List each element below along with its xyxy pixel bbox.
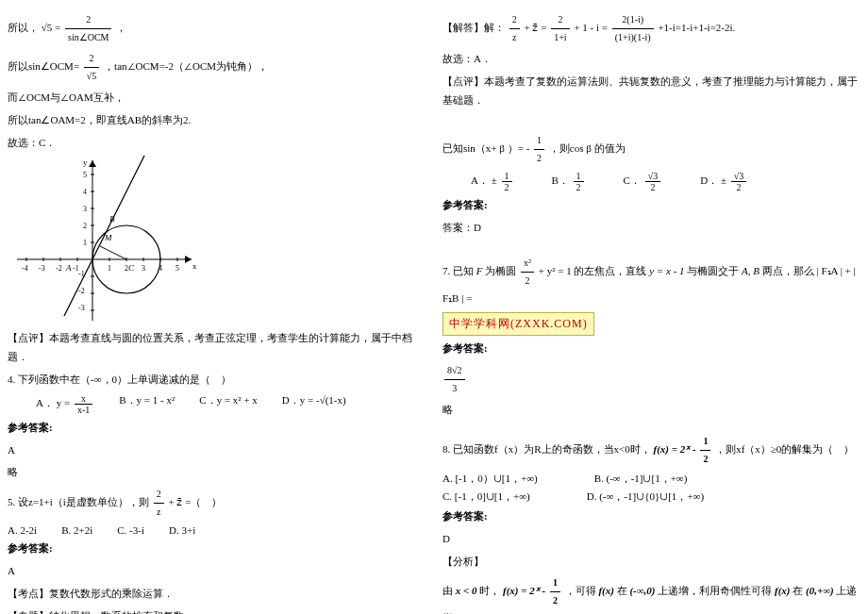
text: 在 <box>617 585 627 596</box>
reference-answer-label: 参考答案: <box>8 419 426 438</box>
q5-stem: 5. 设z=1+i（i是虚数单位），则 <box>8 496 149 507</box>
text: 的左焦点，直线 <box>574 265 646 276</box>
reference-answer-label: 参考答案: <box>442 507 860 526</box>
text: 与椭圆交于 <box>687 265 739 276</box>
site-banner: 中学学科网(ZXXK.COM) <box>442 312 594 337</box>
q4-extra: 略 <box>8 463 426 482</box>
svg-text:-4: -4 <box>22 264 28 273</box>
fx: f(x) <box>775 585 791 596</box>
text: 两点，那么 <box>762 265 814 276</box>
text: 为椭圆 <box>485 265 516 276</box>
opt-c: C．y = x² + x <box>199 393 258 415</box>
opt-c: C. [-1，0]∪[1，+∞) <box>442 490 530 504</box>
q7-answer: 8√23 <box>444 362 465 397</box>
q6-stem: 已知sin（x+ <box>442 142 497 154</box>
text: ）= <box>508 142 526 154</box>
svg-text:2: 2 <box>83 222 87 230</box>
text: 上递增，利用奇偶性可得 <box>658 585 772 596</box>
svg-text:3: 3 <box>83 205 87 213</box>
dianping: 【点评】本题考查了复数的运算法则、共轭复数的意义，考查了推理能力与计算能力，属于… <box>442 73 860 110</box>
reference-answer-label: 参考答案: <box>8 539 426 558</box>
text: 在 <box>793 585 803 596</box>
q8-answer: D <box>442 530 860 549</box>
dom: (0,+∞) <box>806 585 834 596</box>
q5-answer: A <box>8 562 426 581</box>
svg-text:4: 4 <box>83 188 87 196</box>
svg-line-43 <box>100 246 126 259</box>
opt-b: B. (-∞，-1]∪[1，+∞) <box>594 472 688 486</box>
text: 由 <box>442 585 453 596</box>
q7-extra: 略 <box>442 401 860 420</box>
text: 而∠OCM与∠OAM互补， <box>8 89 426 108</box>
fx: f(x) <box>598 585 614 596</box>
beta: β <box>586 142 592 154</box>
fx-expr: f(x) = 2ˣ - <box>503 585 545 596</box>
beta: β <box>499 142 505 154</box>
svg-text:x: x <box>192 261 196 271</box>
q8-stem: 8. 已知函数f（x）为R上的奇函数，当x<0时， <box>442 443 651 455</box>
opt-a: A. [-1，0）∪[1，+∞) <box>442 472 538 486</box>
svg-text:B: B <box>109 214 115 224</box>
zhuanti: 【专题】转化思想；数系的扩充和复数． <box>8 607 426 614</box>
svg-marker-1 <box>185 256 192 263</box>
svg-text:-3: -3 <box>78 304 85 312</box>
cond: x < 0 <box>456 585 477 596</box>
reference-answer-label: 参考答案: <box>442 340 860 358</box>
opt-a: A． ± 12 <box>471 171 514 192</box>
jieda-label: 【解答】解： <box>442 22 505 33</box>
text: 故选：A． <box>442 50 860 69</box>
fx-expr: f(x) = 2ˣ - <box>653 443 695 455</box>
svg-text:A: A <box>65 263 72 273</box>
opt-d: D. 3+i <box>169 524 195 536</box>
text: 所以sin∠OCM= <box>8 60 79 72</box>
text: =（ ） <box>185 496 222 507</box>
text: ， <box>116 22 126 33</box>
opt-c: C． √32 <box>624 171 663 192</box>
opt-b: B．y = 1 - x² <box>119 393 175 415</box>
text: 的值为 <box>594 142 626 154</box>
text: +1-i=1-i+1-i=2-2i. <box>658 22 735 33</box>
text: + z̄ <box>168 496 182 507</box>
var-F: F <box>476 265 483 276</box>
fraction: 2 sin∠OCM <box>65 11 111 46</box>
opt-d: D．y = -√(1-x) <box>282 393 346 415</box>
svg-marker-3 <box>89 160 96 167</box>
fraction: 2z <box>154 486 164 521</box>
q7-stem: 7. 已知 <box>442 265 474 276</box>
svg-text:M: M <box>104 233 112 242</box>
q4-stem: 4. 下列函数中在（-∞，0）上单调递减的是（ ） <box>8 371 426 390</box>
svg-text:-3: -3 <box>39 264 45 273</box>
text: + y² = 1 <box>539 265 572 276</box>
fraction: 2 √5 <box>84 50 100 85</box>
svg-text:y: y <box>83 158 88 167</box>
svg-text:-2: -2 <box>78 287 85 295</box>
comment: 【点评】本题考查直线与圆的位置关系，考查正弦定理，考查学生的计算能力，属于中档题… <box>8 329 426 367</box>
text: + z̄ <box>525 22 539 33</box>
text: ，tan∠OCM=-2（∠OCM为钝角）， <box>104 60 268 72</box>
svg-text:-2: -2 <box>56 264 62 273</box>
opt-a: A. 2-2i <box>8 524 37 536</box>
svg-text:5: 5 <box>175 264 179 273</box>
text: 所以， <box>8 22 39 33</box>
eq: = <box>466 292 472 304</box>
neg: - <box>526 142 530 154</box>
q6-answer: 答案：D <box>442 219 860 238</box>
sqrt5: √5 <box>42 22 53 33</box>
kaodian: 【考点】复数代数形式的乘除运算． <box>8 585 426 604</box>
text: + 1 - i <box>574 22 601 33</box>
opt-b: B. 2+2i <box>61 524 92 536</box>
svg-text:3: 3 <box>142 264 145 273</box>
fenxi-label: 【分析】 <box>442 553 860 572</box>
svg-text:C: C <box>128 263 135 273</box>
text: ，则xf（x）≥0的解集为（ ） <box>715 443 854 455</box>
eq: = <box>55 22 60 33</box>
q4-answer: A <box>8 441 426 460</box>
svg-text:5: 5 <box>83 171 87 179</box>
opt-d: D． ± √32 <box>700 171 748 192</box>
text: 时， <box>479 585 500 596</box>
text: 所以tan∠OAM=2，即直线AB的斜率为2. <box>8 111 426 130</box>
opt-d: D. (-∞，-1]∪{0}∪[1，+∞) <box>587 490 704 504</box>
graph-figure: x y -4-3-2-1 12345 12345 -1-2-3 M C A B <box>8 156 196 325</box>
opt-c: C. -3-i <box>117 524 144 536</box>
dom: (-∞,0) <box>629 585 655 596</box>
